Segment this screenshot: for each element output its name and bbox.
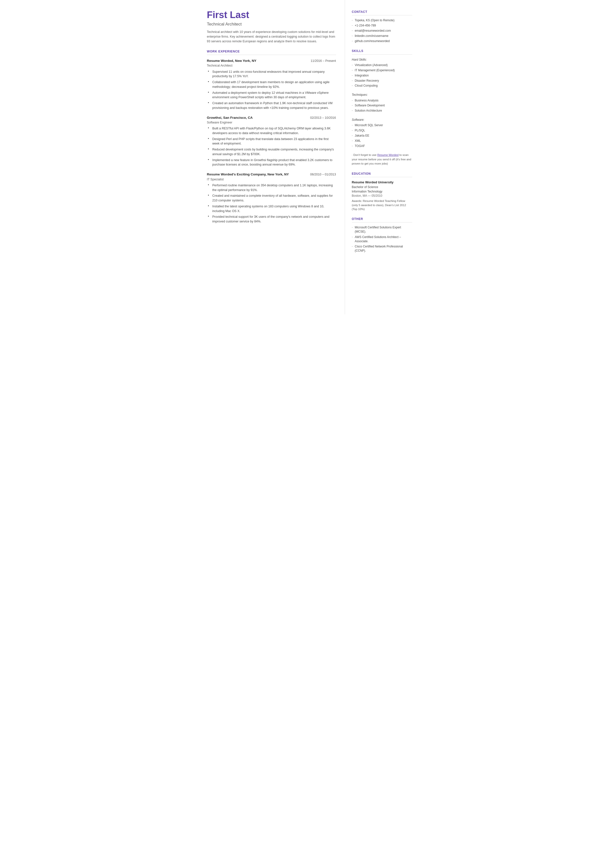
skill-integration: Integration <box>352 73 412 78</box>
education-section-title: EDUCATION <box>352 172 412 177</box>
job-2-company: Growthsi, San Francisco, CA <box>207 115 253 120</box>
job-3-bullet-2: Created and maintained a complete invent… <box>208 194 336 203</box>
job-2-bullet-4: Implemented a new feature in Growthsi fl… <box>208 158 336 167</box>
job-3-role: IT Specialist <box>207 177 336 182</box>
software-group: Software: Microsoft SQL Server PL/SQL Ja… <box>352 118 412 148</box>
job-2-bullet-1: Built a RESTful API with Flask/Python on… <box>208 126 336 136</box>
resume-page: First Last Technical Architect Technical… <box>196 0 419 314</box>
resume-worded-link[interactable]: Resume Worded <box>377 154 398 156</box>
techniques-list: Business Analysis Software Development S… <box>352 98 412 113</box>
job-2-bullet-2: Designed Perl and PHP scripts that trans… <box>208 137 336 146</box>
other-item-2: AWS Certified Solutions Architect – Asso… <box>352 235 412 244</box>
hard-skills-label: Hard Skills: <box>352 57 412 62</box>
job-3-bullets: Performed routine maintenance on 354 des… <box>207 183 336 224</box>
hard-skills-group: Hard Skills: Virtualization (Advanced) I… <box>352 57 412 88</box>
software-list: Microsoft SQL Server PL/SQL Jakarta EE X… <box>352 123 412 148</box>
job-1-bullet-2: Collaborated with 17 development team me… <box>208 80 336 89</box>
contact-section: CONTACT Topeka, KS (Open to Remote) +1-2… <box>352 10 412 43</box>
job-1: Resume Worded, New York, NY 11/2016 – Pr… <box>207 58 336 110</box>
job-1-bullet-4: Created an automation framework in Pytho… <box>208 101 336 110</box>
edu-location: Boston, MA — 05/2010 <box>352 194 412 198</box>
job-3-bullet-4: Provided technical support for 3K users … <box>208 214 336 224</box>
promo-text: · Don't forget to use Resume Worded to s… <box>352 153 412 166</box>
job-2-role: Software Engineer <box>207 120 336 125</box>
job-1-bullet-3: Automated a deployment system to deploy … <box>208 90 336 100</box>
skill-disaster-recovery: Disaster Recovery <box>352 79 412 83</box>
candidate-name: First Last <box>207 10 336 20</box>
job-2-dates: 02/2013 – 10/2016 <box>310 116 336 120</box>
skill-software-development: Software Development <box>352 103 412 108</box>
right-column: CONTACT Topeka, KS (Open to Remote) +1-2… <box>345 0 419 314</box>
job-1-bullet-1: Supervised 11 units on cross-functional … <box>208 70 336 79</box>
contact-location: Topeka, KS (Open to Remote) <box>352 18 412 23</box>
job-3-bullet-3: Installed the latest operating systems o… <box>208 204 336 214</box>
contact-section-title: CONTACT <box>352 10 412 16</box>
contact-email: email@resumeworded.com <box>352 29 412 33</box>
job-2-bullet-3: Reduced development costs by building re… <box>208 147 336 157</box>
other-list: Microsoft Certified Solutions Expert (MC… <box>352 225 412 253</box>
contact-linkedin: linkedin.com/in/username <box>352 34 412 38</box>
contact-phone: +1-234-456-789 <box>352 23 412 28</box>
software-label: Software: <box>352 118 412 122</box>
other-item-3: Cisco Certified Network Professional (CC… <box>352 244 412 253</box>
job-3: Resume Worded's Exciting Company, New Yo… <box>207 172 336 224</box>
edu-field: Information Technology <box>352 189 412 194</box>
job-3-dates: 06/2010 – 01/2013 <box>310 172 336 177</box>
contact-list: Topeka, KS (Open to Remote) +1-234-456-7… <box>352 18 412 43</box>
job-3-bullet-1: Performed routine maintenance on 354 des… <box>208 183 336 193</box>
techniques-group: Techniques: Business Analysis Software D… <box>352 93 412 113</box>
other-item-1: Microsoft Certified Solutions Expert (MC… <box>352 225 412 234</box>
hard-skills-list: Virtualization (Advanced) IT Management … <box>352 63 412 88</box>
job-1-dates: 11/2016 – Present <box>310 59 336 63</box>
contact-github: github.com/resumeworded <box>352 39 412 43</box>
skill-solution-architecture: Solution Architecture <box>352 109 412 113</box>
skill-business-analysis: Business Analysis <box>352 98 412 103</box>
work-experience-section-title: WORK EXPERIENCE <box>207 49 336 55</box>
job-1-bullets: Supervised 11 units on cross-functional … <box>207 70 336 110</box>
skill-virtualization: Virtualization (Advanced) <box>352 63 412 67</box>
left-column: First Last Technical Architect Technical… <box>196 0 345 314</box>
skills-section: SKILLS Hard Skills: Virtualization (Adva… <box>352 49 412 166</box>
job-3-company: Resume Worded's Exciting Company, New Yo… <box>207 172 289 177</box>
other-section-title: OTHER <box>352 217 412 222</box>
other-section: OTHER Microsoft Certified Solutions Expe… <box>352 217 412 253</box>
techniques-label: Techniques: <box>352 93 412 97</box>
skill-mssql: Microsoft SQL Server <box>352 123 412 127</box>
skill-xml: XML <box>352 139 412 143</box>
job-1-header: Resume Worded, New York, NY 11/2016 – Pr… <box>207 58 336 63</box>
job-3-header: Resume Worded's Exciting Company, New Yo… <box>207 172 336 177</box>
skill-jakarta: Jakarta EE <box>352 134 412 138</box>
edu-school: Resume Worded University <box>352 180 412 185</box>
job-2-bullets: Built a RESTful API with Flask/Python on… <box>207 126 336 167</box>
education-block: Resume Worded University Bachelor of Sci… <box>352 180 412 211</box>
skill-plsql: PL/SQL <box>352 129 412 133</box>
job-2-header: Growthsi, San Francisco, CA 02/2013 – 10… <box>207 115 336 120</box>
edu-awards: Awards: Resume Worded Teaching Fellow (o… <box>352 199 412 211</box>
skills-section-title: SKILLS <box>352 49 412 54</box>
skill-it-management: IT Management (Experienced) <box>352 68 412 73</box>
education-section: EDUCATION Resume Worded University Bache… <box>352 172 412 211</box>
edu-degree: Bachelor of Science <box>352 185 412 189</box>
job-1-role: Technical Architect <box>207 63 336 68</box>
candidate-title: Technical Architect <box>207 21 336 28</box>
skill-togaf: TOGAF <box>352 144 412 148</box>
job-1-company: Resume Worded, New York, NY <box>207 58 256 63</box>
candidate-summary: Technical architect with 10 years of exp… <box>207 30 336 43</box>
skill-cloud-computing: Cloud Computing <box>352 84 412 88</box>
job-2: Growthsi, San Francisco, CA 02/2013 – 10… <box>207 115 336 167</box>
